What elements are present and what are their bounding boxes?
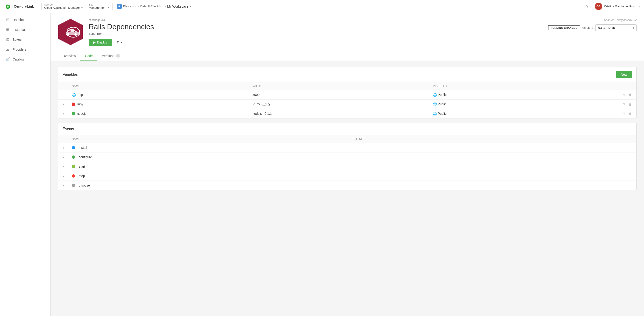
service-caret-icon: ▼ [81,7,83,9]
workspace-caret-icon: ▼ [189,5,192,8]
providers-icon: ☁ [5,47,10,52]
help-button[interactable]: ? ▼ [586,4,591,9]
nodejs-box-icon [72,112,75,115]
public-globe-icon-2: 🌐 [433,102,437,106]
stop-dot-icon [72,174,75,178]
sidebar-item-label: Instances [13,28,26,32]
expand-start-icon[interactable]: ▶ [63,165,72,168]
sidebar-item-dashboard[interactable]: ⊞ Dashboard [0,15,50,25]
box-info: cristinagarcia Rails Dependencies Script… [89,18,543,46]
nav-divider-1 [41,3,42,10]
breadcrumb-workspace[interactable]: My Workspace ▼ [167,5,192,8]
tab-code[interactable]: Code [80,51,97,61]
breadcrumb-elasticbox[interactable]: Elasticbox [123,5,137,8]
public-globe-icon-3: 🌐 [433,112,437,115]
logo-area[interactable]: CenturyLink [4,2,34,11]
variables-title: Variables [63,72,78,77]
tab-bar: Overview Code Versions 1 [58,51,637,61]
settings-button[interactable]: ⚙ ▼ [114,39,126,46]
variable-value-ruby: Ruby · 0.1.5 [252,102,433,106]
service-value: Cloud Application Manager ▼ [44,6,83,10]
tab-versions[interactable]: Versions 1 [98,51,125,61]
events-col-name: Name [72,137,352,140]
user-menu[interactable]: CG Cristina Garcia del Pozo ▼ [595,3,640,10]
instances-icon: ▦ [5,27,10,32]
service-nav-section[interactable]: Service Cloud Application Manager ▼ [44,3,83,10]
box-actions: ▶ Deploy ⚙ ▼ [89,39,543,46]
site-value: Management ▼ [89,6,110,10]
table-row: ▶ stop [58,171,636,181]
breadcrumb-arrow-1-icon: › [138,5,139,8]
top-navigation: CenturyLink Service Cloud Application Ma… [0,0,644,13]
variables-section: Variables New Name Value Visibility 🌐 ht… [58,67,637,118]
tab-overview[interactable]: Overview [58,51,80,61]
variables-col-visibility: Visibility [433,84,614,88]
expand-ruby-icon[interactable]: ▶ [63,103,64,106]
main-content: cristinagarcia Rails Dependencies Script… [50,13,644,316]
elasticbox-logo-icon [117,4,122,9]
variable-name-http: 🌐 http [72,93,252,97]
variable-name-ruby: ruby [72,102,252,106]
variables-new-button[interactable]: New [616,71,632,78]
header-right: Updated Today at 5:16 PM PENDING CHANGES… [548,18,637,31]
nav-right-area: ? ▼ CG Cristina Garcia del Pozo ▼ [586,3,640,10]
help-caret-icon: ▼ [589,5,591,8]
table-row: ▶ dispose [58,181,636,190]
svg-rect-7 [70,29,74,32]
play-icon: ▶ [93,41,96,44]
variables-section-header: Variables New [58,67,636,82]
pending-version-area: PENDING CHANGES Version: 0.1.1 ~ Draft [548,24,637,31]
variable-actions-nodejs: ✎ 🗑 [614,112,632,115]
sidebar-item-instances[interactable]: ▦ Instances [0,25,50,35]
ruby-box-icon [72,103,75,106]
expand-install-icon[interactable]: ▶ [63,146,72,149]
user-name: Cristina Garcia del Pozo [604,5,636,8]
sidebar-item-boxes[interactable]: ⊡ Boxes [0,35,50,44]
expand-configure-icon[interactable]: ▶ [63,156,72,159]
variable-actions-http: ✎ 🗑 [614,93,632,97]
nav-divider-2 [86,3,86,10]
settings-caret-icon: ▼ [120,41,123,44]
updated-timestamp: Updated Today at 5:16 PM [548,18,637,22]
pending-changes-badge[interactable]: PENDING CHANGES [548,25,580,30]
edit-icon[interactable]: ✎ [623,102,626,106]
breadcrumb-default[interactable]: Default Elasticb... [140,5,164,8]
delete-icon[interactable]: 🗑 [628,93,632,97]
sidebar-item-label: Providers [13,48,26,51]
edit-icon[interactable]: ✎ [623,93,626,97]
variable-visibility-ruby: 🌐 Public [433,102,614,106]
deploy-button[interactable]: ▶ Deploy [89,39,112,46]
expand-dispose-icon[interactable]: ▶ [63,184,72,187]
sidebar-item-providers[interactable]: ☁ Providers [0,44,50,54]
events-col-filesize: File Size [352,137,632,140]
dashboard-icon: ⊞ [5,18,10,22]
table-row: 🌐 http 3000 🌐 Public ✎ 🗑 [58,90,636,100]
sidebar-item-label: Dashboard [13,18,28,22]
sidebar-item-catalog[interactable]: 🛒 Catalog [0,54,50,64]
nav-divider-3 [112,3,112,10]
content-area: Variables New Name Value Visibility 🌐 ht… [50,61,644,200]
site-label: Site [89,3,110,6]
expand-nodejs-icon[interactable]: ▶ [63,112,64,115]
box-header: cristinagarcia Rails Dependencies Script… [50,13,644,61]
install-dot-icon [72,146,75,149]
expand-stop-icon[interactable]: ▶ [63,175,72,177]
sidebar-item-label: Catalog [13,58,24,61]
event-name-install: install [72,146,352,149]
variable-visibility-http: 🌐 Public [433,93,614,97]
box-title: Rails Dependencies [89,23,543,31]
boxes-icon: ⊡ [5,37,10,42]
edit-icon[interactable]: ✎ [623,112,626,115]
globe-var-icon: 🌐 [72,93,76,97]
delete-icon[interactable]: 🗑 [628,102,632,106]
box-logo-hexagon [58,18,83,46]
events-table-header: Name File Size [58,135,636,143]
svg-point-1 [7,6,8,7]
variables-col-value: Value [252,84,433,88]
sidebar-item-label: Boxes [13,38,22,41]
site-nav-section[interactable]: Site Management ▼ [89,3,110,10]
variable-actions-ruby: ✎ 🗑 [614,102,632,106]
version-select[interactable]: 0.1.1 ~ Draft [595,24,637,31]
delete-icon[interactable]: 🗑 [628,112,632,115]
app-layout: ⊞ Dashboard ▦ Instances ⊡ Boxes ☁ Provid… [0,13,644,316]
